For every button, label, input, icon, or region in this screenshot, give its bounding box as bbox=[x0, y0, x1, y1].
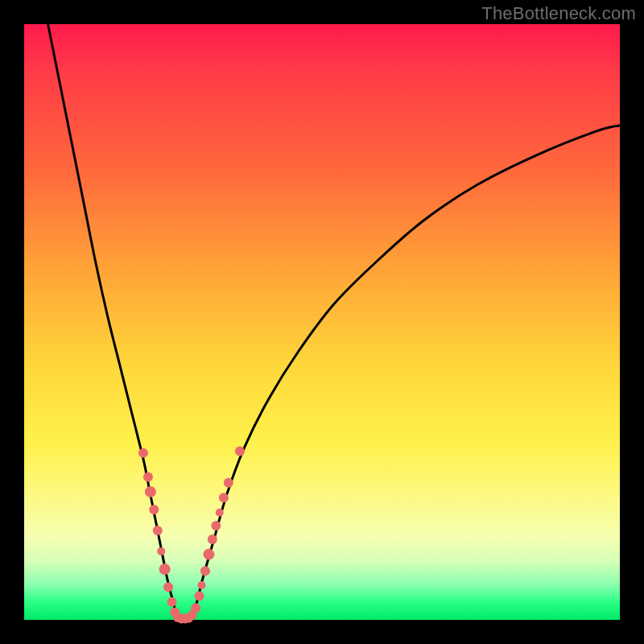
marker-dot bbox=[208, 535, 217, 544]
marker-dot bbox=[145, 486, 156, 497]
marker-dot bbox=[200, 566, 210, 576]
bottleneck-curves bbox=[48, 24, 620, 620]
marker-dot bbox=[191, 603, 200, 613]
marker-dot bbox=[224, 478, 233, 488]
marker-dot bbox=[219, 493, 229, 502]
marker-dot bbox=[163, 582, 173, 592]
marker-dot bbox=[143, 472, 153, 481]
chart-svg bbox=[24, 24, 620, 620]
marker-dot bbox=[157, 547, 165, 555]
marker-dot bbox=[159, 564, 171, 575]
watermark-text: TheBottleneck.com bbox=[481, 3, 636, 24]
marker-dot bbox=[153, 526, 163, 535]
marker-dot bbox=[198, 581, 206, 589]
marker-dot bbox=[235, 447, 245, 456]
marker-dot bbox=[149, 505, 159, 514]
marker-dot bbox=[195, 591, 204, 601]
marker-dot bbox=[211, 521, 221, 530]
plot-area bbox=[24, 24, 620, 620]
marker-dot bbox=[203, 549, 214, 560]
scatter-markers bbox=[138, 447, 245, 624]
curve-right-branch bbox=[191, 126, 620, 620]
chart-frame: TheBottleneck.com bbox=[0, 0, 644, 644]
marker-dot bbox=[216, 509, 224, 517]
marker-dot bbox=[167, 597, 177, 607]
marker-dot bbox=[138, 448, 148, 458]
